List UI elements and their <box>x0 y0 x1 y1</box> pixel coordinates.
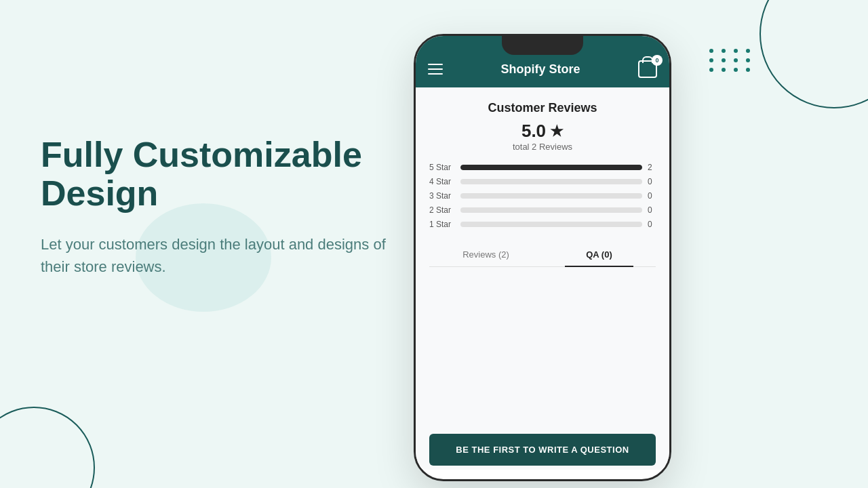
bar-track-5 <box>460 165 642 170</box>
star-row-2: 2 Star 0 <box>429 205 656 215</box>
star-label-1: 1 Star <box>429 220 455 229</box>
total-reviews: total 2 Reviews <box>429 142 656 152</box>
phone-store-title: Shopify Store <box>500 62 580 77</box>
cart-badge: 0 <box>652 55 663 66</box>
star-row-4: 4 Star 0 <box>429 177 656 186</box>
star-row-5: 5 Star 2 <box>429 163 656 172</box>
bar-track-4 <box>460 179 642 184</box>
bar-track-1 <box>460 222 642 227</box>
tabs-row: Reviews (2) QA (0) <box>429 243 656 267</box>
star-icon: ★ <box>550 123 564 140</box>
cart-icon-wrapper[interactable]: 0 <box>638 60 657 78</box>
decorative-circle-bottom-left <box>0 407 95 488</box>
reviews-title: Customer Reviews <box>429 101 656 115</box>
headline: Fully Customizable Design <box>41 136 407 213</box>
star-bars: 5 Star 2 4 Star 0 3 Star <box>429 163 656 229</box>
bar-count-2: 0 <box>648 205 656 215</box>
star-row-3: 3 Star 0 <box>429 191 656 201</box>
cta-section: BE THE FIRST TO WRITE A QUESTION <box>416 434 669 466</box>
left-content: Fully Customizable Design Let your custo… <box>41 136 407 278</box>
star-row-1: 1 Star 0 <box>429 220 656 229</box>
bar-track-2 <box>460 207 642 213</box>
bar-count-4: 0 <box>648 177 656 186</box>
star-label-5: 5 Star <box>429 163 455 172</box>
phone-mockup: Shopify Store 0 Customer Reviews 5.0 ★ t… <box>414 34 671 474</box>
decorative-dots-grid <box>709 49 753 72</box>
star-label-3: 3 Star <box>429 191 455 201</box>
rating-number: 5.0 ★ <box>429 121 656 142</box>
bar-count-3: 0 <box>648 191 656 201</box>
bar-count-1: 0 <box>648 220 656 229</box>
bar-fill-5 <box>460 165 642 170</box>
hamburger-icon[interactable] <box>428 64 443 75</box>
phone-notch <box>502 36 583 55</box>
bar-track-3 <box>460 193 642 199</box>
phone-outer: Shopify Store 0 Customer Reviews 5.0 ★ t… <box>414 34 671 481</box>
tab-qa[interactable]: QA (0) <box>542 243 656 266</box>
star-label-2: 2 Star <box>429 205 455 215</box>
star-label-4: 4 Star <box>429 177 455 186</box>
subtext: Let your customers design the layout and… <box>41 233 407 278</box>
phone-body: Customer Reviews 5.0 ★ total 2 Reviews 5… <box>416 87 669 470</box>
write-question-button[interactable]: BE THE FIRST TO WRITE A QUESTION <box>429 434 656 466</box>
bar-count-5: 2 <box>648 163 656 172</box>
decorative-circle-top-right <box>760 0 868 108</box>
tab-reviews[interactable]: Reviews (2) <box>429 243 542 266</box>
